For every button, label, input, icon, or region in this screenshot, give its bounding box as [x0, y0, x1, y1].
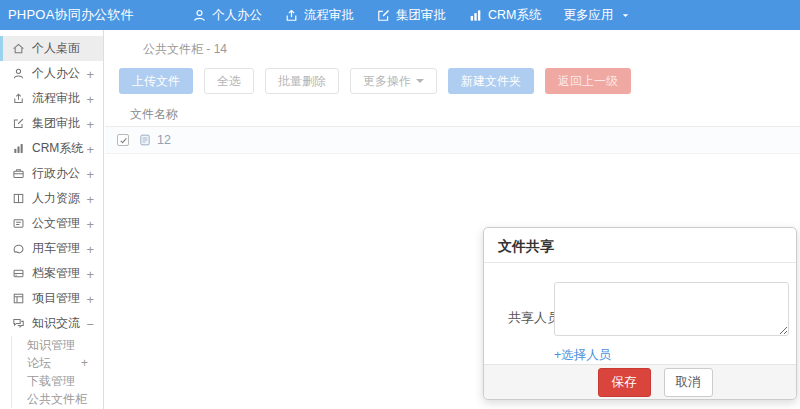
file-table: 文件名称 12	[105, 102, 800, 154]
sidebar-item-7[interactable]: 人力资源+	[0, 186, 103, 211]
expand-plus-icon[interactable]: +	[86, 291, 94, 306]
toolbar-button-label: 返回上一级	[558, 73, 618, 90]
sidebar-subitem-4[interactable]: 公共文件柜	[12, 390, 103, 408]
archive-icon	[12, 267, 25, 280]
hamburger-menu-button[interactable]	[148, 0, 174, 30]
app-logo: PHPOA协同办公软件	[0, 6, 142, 24]
briefcase-icon	[12, 167, 25, 180]
file-table-header: 文件名称	[105, 102, 800, 127]
expand-plus-icon[interactable]: +	[86, 216, 94, 231]
check-icon	[119, 136, 128, 145]
save-button[interactable]: 保存	[598, 368, 651, 397]
topnav-item-4[interactable]: CRM系统	[468, 7, 541, 24]
dialog-footer: 保存 取消	[484, 364, 796, 399]
sidebar-item-1[interactable]: 个人桌面	[0, 36, 103, 61]
sidebar-item-label: 行政办公	[32, 165, 80, 182]
toolbar-button-2[interactable]: 全选	[204, 68, 254, 94]
dialog-body: 共享人员 +选择人员	[484, 263, 796, 366]
toolbar-button-label: 全选	[217, 73, 241, 90]
car-icon	[12, 242, 25, 255]
expand-plus-icon[interactable]: +	[81, 356, 88, 370]
book-icon	[12, 192, 25, 205]
toolbar-button-label: 批量删除	[278, 73, 326, 90]
table-row[interactable]: 12	[105, 127, 800, 154]
sidebar-item-10[interactable]: 档案管理+	[0, 261, 103, 286]
topnav-item-2[interactable]: 流程审批	[284, 7, 354, 24]
topnav-item-label: 流程审批	[304, 7, 354, 24]
sidebar-item-11[interactable]: 项目管理+	[0, 286, 103, 311]
file-icon	[138, 133, 152, 147]
breadcrumb: 公共文件柜 - 14	[105, 30, 800, 58]
share-members-textarea[interactable]	[554, 282, 789, 336]
toolbar-button-6[interactable]: 返回上一级	[545, 68, 631, 94]
share-members-label: 共享人员	[508, 309, 560, 327]
expand-plus-icon[interactable]: +	[86, 66, 94, 81]
cancel-button[interactable]: 取消	[664, 368, 713, 397]
sidebar-item-label: 知识交流	[32, 315, 80, 332]
share-icon	[284, 8, 299, 23]
toolbar-button-3[interactable]: 批量删除	[265, 68, 339, 94]
folder-icon	[121, 42, 136, 57]
expand-plus-icon[interactable]: +	[86, 141, 94, 156]
topnav-item-label: 更多应用	[563, 7, 613, 24]
top-navigation: 个人办公流程审批集团审批CRM系统更多应用	[192, 7, 653, 24]
sidebar-item-2[interactable]: 个人办公+	[0, 61, 103, 86]
dialog-title: 文件共享	[498, 238, 554, 254]
topnav-item-1[interactable]: 个人办公	[192, 7, 262, 24]
expand-plus-icon[interactable]: +	[86, 241, 94, 256]
chat-icon	[12, 317, 25, 330]
home-icon	[12, 42, 25, 55]
sidebar-item-label: 集团审批	[32, 115, 80, 132]
sidebar: 个人桌面个人办公+流程审批+集团审批+CRM系统+行政办公+人力资源+公文管理+…	[0, 30, 104, 409]
expand-plus-icon[interactable]: +	[86, 166, 94, 181]
topnav-item-label: CRM系统	[488, 7, 541, 24]
sidebar-subitem-label: 论坛	[27, 355, 51, 372]
edit-icon	[376, 8, 391, 23]
sidebar-subitem-label: 下载管理	[27, 373, 75, 390]
sidebar-item-label: 人力资源	[32, 190, 80, 207]
sidebar-item-label: 流程审批	[32, 90, 80, 107]
sidebar-item-label: CRM系统	[32, 140, 83, 157]
chart-icon	[12, 142, 25, 155]
sidebar-item-label: 公文管理	[32, 215, 80, 232]
project-icon	[12, 292, 25, 305]
sidebar-subitem-label: 公共文件柜	[27, 391, 87, 408]
sidebar-item-5[interactable]: CRM系统+	[0, 136, 103, 161]
sidebar-item-8[interactable]: 公文管理+	[0, 211, 103, 236]
toolbar-button-label: 上传文件	[132, 73, 180, 90]
user-icon	[12, 67, 25, 80]
expand-plus-icon[interactable]: +	[86, 91, 94, 106]
sidebar-item-label: 个人桌面	[32, 40, 80, 57]
collapse-minus-icon[interactable]: −	[86, 316, 94, 331]
select-members-link[interactable]: +选择人员	[554, 347, 611, 364]
topnav-item-label: 集团审批	[396, 7, 446, 24]
expand-plus-icon[interactable]: +	[86, 191, 94, 206]
file-share-dialog: 文件共享 共享人员 +选择人员 保存 取消	[483, 227, 797, 400]
sidebar-subitem-label: 知识管理	[27, 337, 75, 354]
topnav-item-3[interactable]: 集团审批	[376, 7, 446, 24]
breadcrumb-text: 公共文件柜 - 14	[143, 41, 227, 58]
topnav-item-5[interactable]: 更多应用	[563, 7, 631, 24]
expand-plus-icon[interactable]: +	[86, 116, 94, 131]
file-name: 12	[157, 133, 171, 147]
sidebar-subitem-1[interactable]: 知识管理	[12, 336, 103, 354]
sidebar-subitem-2[interactable]: 论坛+	[12, 354, 103, 372]
sidebar-item-3[interactable]: 流程审批+	[0, 86, 103, 111]
sidebar-item-label: 个人办公	[32, 65, 80, 82]
expand-plus-icon[interactable]: +	[86, 266, 94, 281]
toolbar-button-4[interactable]: 更多操作	[350, 68, 437, 94]
user-icon	[192, 8, 207, 23]
row-checkbox[interactable]	[117, 134, 129, 146]
toolbar-button-1[interactable]: 上传文件	[119, 68, 193, 94]
sidebar-item-4[interactable]: 集团审批+	[0, 111, 103, 136]
sidebar-submenu: 知识管理论坛+下载管理公共文件柜	[11, 336, 103, 408]
share-icon	[12, 92, 25, 105]
sidebar-item-6[interactable]: 行政办公+	[0, 161, 103, 186]
sidebar-item-label: 档案管理	[32, 265, 80, 282]
sidebar-item-label: 项目管理	[32, 290, 80, 307]
sidebar-item-12[interactable]: 知识交流−	[0, 311, 103, 336]
sidebar-subitem-3[interactable]: 下载管理	[12, 372, 103, 390]
document-icon	[12, 217, 25, 230]
toolbar-button-5[interactable]: 新建文件夹	[448, 68, 534, 94]
sidebar-item-9[interactable]: 用车管理+	[0, 236, 103, 261]
